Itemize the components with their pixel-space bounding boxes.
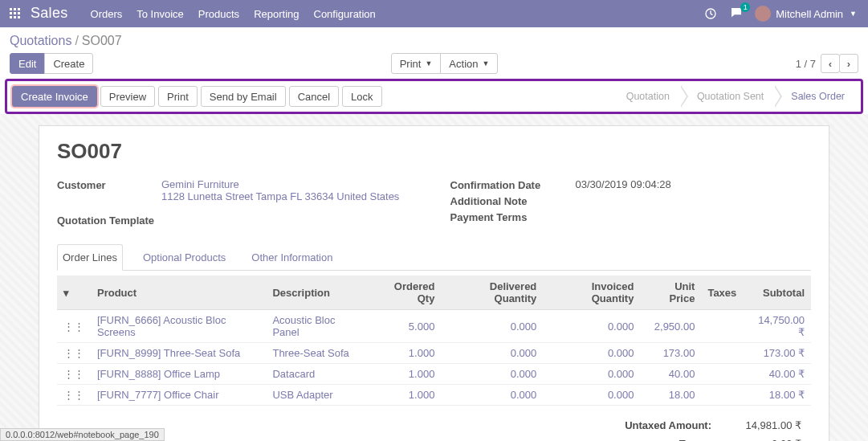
line-description[interactable]: USB Adapter bbox=[272, 389, 332, 401]
line-subtotal[interactable]: 18.00 ₹ bbox=[769, 389, 805, 401]
svg-rect-5 bbox=[18, 12, 20, 14]
label-additional-note: Additional Note bbox=[450, 194, 563, 207]
breadcrumb-current: SO007 bbox=[82, 34, 122, 47]
action-dropdown[interactable]: Action▼ bbox=[440, 53, 498, 74]
untaxed-value: 14,981.00 ₹ bbox=[721, 417, 809, 434]
svg-rect-3 bbox=[10, 12, 12, 14]
tab-optional-products[interactable]: Optional Products bbox=[137, 244, 231, 271]
line-unit-price[interactable]: 18.00 bbox=[669, 389, 695, 401]
col-unit-price[interactable]: Unit Price bbox=[640, 276, 701, 310]
user-name: Mitchell Admin bbox=[776, 8, 843, 20]
conversations-badge: 1 bbox=[740, 2, 750, 12]
pager-prev[interactable]: ‹ bbox=[821, 54, 840, 73]
app-brand[interactable]: Sales bbox=[31, 5, 68, 22]
drag-handle-icon[interactable]: ⋮⋮ bbox=[57, 310, 91, 343]
taxes-value: 0.00 ₹ bbox=[721, 435, 809, 441]
send-email-button[interactable]: Send by Email bbox=[201, 86, 286, 107]
form-sheet: SO007 Customer Gemini Furniture 1128 Lun… bbox=[39, 125, 829, 441]
line-product[interactable]: [FURN_6666] Acoustic Bloc Screens bbox=[97, 314, 226, 338]
line-unit-price[interactable]: 173.00 bbox=[663, 347, 695, 359]
activity-clock-icon[interactable] bbox=[703, 6, 718, 21]
line-taxes bbox=[701, 364, 743, 385]
avatar bbox=[755, 6, 771, 22]
line-invoiced-qty[interactable]: 0.000 bbox=[608, 321, 634, 333]
line-delivered-qty[interactable]: 0.000 bbox=[511, 389, 537, 401]
line-description[interactable]: Acoustic Bloc Panel bbox=[272, 314, 335, 338]
create-button[interactable]: Create bbox=[44, 53, 93, 74]
confirmation-date-value: 03/30/2019 09:04:28 bbox=[563, 178, 812, 190]
line-taxes bbox=[701, 310, 743, 343]
tab-other-information[interactable]: Other Information bbox=[246, 244, 338, 271]
line-invoiced-qty[interactable]: 0.000 bbox=[608, 389, 634, 401]
line-invoiced-qty[interactable]: 0.000 bbox=[608, 347, 634, 359]
line-ordered-qty[interactable]: 1.000 bbox=[409, 368, 435, 380]
top-menu: Orders To Invoice Products Reporting Con… bbox=[91, 8, 376, 20]
tab-order-lines[interactable]: Order Lines bbox=[57, 244, 123, 271]
menu-reporting[interactable]: Reporting bbox=[254, 8, 299, 20]
status-bar-highlight: Create Invoice Preview Print Send by Ema… bbox=[5, 79, 863, 114]
line-description[interactable]: Datacard bbox=[272, 368, 315, 380]
pager-next[interactable]: › bbox=[839, 54, 858, 73]
col-subtotal[interactable]: Subtotal bbox=[743, 276, 811, 310]
apps-icon[interactable] bbox=[6, 5, 24, 22]
order-lines-table: ▾ Product Description Ordered Qty Delive… bbox=[57, 276, 811, 406]
line-ordered-qty[interactable]: 5.000 bbox=[409, 321, 435, 333]
line-unit-price[interactable]: 2,950.00 bbox=[654, 321, 695, 333]
drag-handle-icon[interactable]: ⋮⋮ bbox=[57, 385, 91, 406]
breadcrumb-root[interactable]: Quotations bbox=[10, 34, 71, 47]
table-row[interactable]: ⋮⋮[FURN_8888] Office LampDatacard1.0000.… bbox=[57, 364, 811, 385]
svg-rect-2 bbox=[18, 8, 20, 10]
cancel-button[interactable]: Cancel bbox=[289, 86, 339, 107]
lock-button[interactable]: Lock bbox=[342, 86, 381, 107]
conversations-icon[interactable]: 1 bbox=[729, 6, 744, 22]
col-invoiced-qty[interactable]: Invoiced Quantity bbox=[543, 276, 640, 310]
line-unit-price[interactable]: 40.00 bbox=[669, 368, 695, 380]
menu-to-invoice[interactable]: To Invoice bbox=[137, 8, 184, 20]
col-delivered-qty[interactable]: Delivered Quantity bbox=[441, 276, 543, 310]
line-invoiced-qty[interactable]: 0.000 bbox=[608, 368, 634, 380]
breadcrumb: Quotations/SO007 bbox=[10, 34, 122, 48]
drag-handle-icon[interactable]: ⋮⋮ bbox=[57, 364, 91, 385]
line-product[interactable]: [FURN_7777] Office Chair bbox=[97, 389, 219, 401]
table-row[interactable]: ⋮⋮[FURN_8999] Three-Seat SofaThree-Seat … bbox=[57, 343, 811, 364]
table-row[interactable]: ⋮⋮[FURN_7777] Office ChairUSB Adapter1.0… bbox=[57, 385, 811, 406]
line-subtotal[interactable]: 14,750.00 ₹ bbox=[758, 314, 805, 338]
line-delivered-qty[interactable]: 0.000 bbox=[511, 368, 537, 380]
stage-quotation-sent[interactable]: Quotation Sent bbox=[681, 88, 775, 105]
line-ordered-qty[interactable]: 1.000 bbox=[409, 347, 435, 359]
col-handle: ▾ bbox=[57, 276, 91, 310]
line-subtotal[interactable]: 40.00 ₹ bbox=[769, 368, 805, 380]
col-ordered-qty[interactable]: Ordered Qty bbox=[369, 276, 441, 310]
create-invoice-button[interactable]: Create Invoice bbox=[12, 86, 97, 107]
label-quotation-template: Quotation Template bbox=[57, 214, 161, 227]
col-description[interactable]: Description bbox=[266, 276, 369, 310]
col-product[interactable]: Product bbox=[91, 276, 266, 310]
customer-link[interactable]: Gemini Furniture bbox=[161, 178, 418, 190]
browser-status-url: 0.0.0.0:8012/web#notebook_page_190 bbox=[0, 428, 165, 441]
drag-handle-icon[interactable]: ⋮⋮ bbox=[57, 343, 91, 364]
menu-products[interactable]: Products bbox=[198, 8, 239, 20]
line-description[interactable]: Three-Seat Sofa bbox=[272, 347, 348, 359]
line-product[interactable]: [FURN_8888] Office Lamp bbox=[97, 368, 220, 380]
menu-orders[interactable]: Orders bbox=[91, 8, 123, 20]
top-navbar: Sales Orders To Invoice Products Reporti… bbox=[0, 0, 868, 27]
control-row: EditCreate Print▼Action▼ 1 / 7 ‹ › bbox=[0, 50, 868, 79]
svg-rect-8 bbox=[18, 16, 20, 18]
stage-quotation[interactable]: Quotation bbox=[617, 88, 681, 105]
line-subtotal[interactable]: 173.00 ₹ bbox=[764, 347, 805, 359]
print-button[interactable]: Print bbox=[158, 86, 198, 107]
line-delivered-qty[interactable]: 0.000 bbox=[511, 347, 537, 359]
line-product[interactable]: [FURN_8999] Three-Seat Sofa bbox=[97, 347, 240, 359]
preview-button[interactable]: Preview bbox=[100, 86, 155, 107]
taxes-label: Taxes: bbox=[617, 435, 719, 441]
menu-configuration[interactable]: Configuration bbox=[314, 8, 376, 20]
line-ordered-qty[interactable]: 1.000 bbox=[409, 389, 435, 401]
user-menu[interactable]: Mitchell Admin ▼ bbox=[755, 6, 857, 22]
label-payment-terms: Payment Terms bbox=[450, 210, 563, 223]
edit-button[interactable]: Edit bbox=[10, 53, 45, 74]
line-delivered-qty[interactable]: 0.000 bbox=[511, 321, 537, 333]
col-taxes[interactable]: Taxes bbox=[701, 276, 743, 310]
table-row[interactable]: ⋮⋮[FURN_6666] Acoustic Bloc ScreensAcous… bbox=[57, 310, 811, 343]
print-dropdown[interactable]: Print▼ bbox=[391, 53, 442, 74]
stage-sales-order[interactable]: Sales Order bbox=[775, 88, 856, 105]
